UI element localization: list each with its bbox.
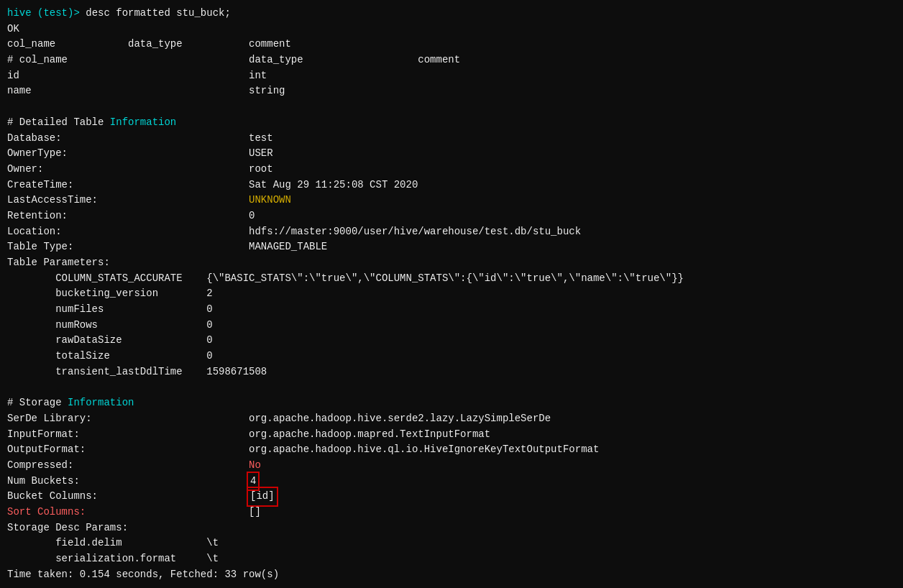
name-line: name string <box>7 83 896 99</box>
header-line: col_name data_type comment <box>7 37 896 52</box>
numfiles-line: numFiles 0 <box>7 302 896 318</box>
blank2 <box>7 380 896 396</box>
bucketing-version-line: bucketing_version 2 <box>7 286 896 302</box>
fielddelim-line: field.delim \t <box>7 536 896 551</box>
blank1 <box>7 99 896 115</box>
ok-line: OK <box>7 22 896 37</box>
retention-line: Retention: 0 <box>7 208 896 224</box>
owner-line: Owner: root <box>7 162 896 178</box>
id-line: id int <box>7 68 896 84</box>
ownertype-line: OwnerType: USER <box>7 146 896 162</box>
tabletype-line: Table Type: MANAGED_TABLE <box>7 239 896 255</box>
timetaken-line: Time taken: 0.154 seconds, Fetched: 33 r… <box>7 567 896 583</box>
numrows-line: numRows 0 <box>7 318 896 334</box>
col-header-line: # col_name data_type comment <box>7 52 896 68</box>
column-stats-line: COLUMN_STATS_ACCURATE {\"BASIC_STATS\":\… <box>7 271 896 287</box>
terminal: hive (test)> desc formatted stu_buck; OK… <box>0 0 903 588</box>
location-line: Location: hdfs://master:9000/user/hive/w… <box>7 224 896 240</box>
bucketcolumns-line: Bucket Columns: [id] <box>7 489 896 505</box>
storageparams-line: Storage Desc Params: <box>7 520 896 536</box>
transient-line: transient_lastDdlTime 1598671508 <box>7 364 896 380</box>
totalsize-line: totalSize 0 <box>7 349 896 364</box>
prompt-line: hive (test)> desc formatted stu_buck; <box>7 6 896 22</box>
tableparams-line: Table Parameters: <box>7 255 896 271</box>
detailed-section: # Detailed Table Information <box>7 115 896 131</box>
rawdatasize-line: rawDataSize 0 <box>7 333 896 349</box>
storage-section: # Storage Information <box>7 395 896 411</box>
serialformat-line: serialization.format \t <box>7 551 896 567</box>
outputformat-line: OutputFormat: org.apache.hadoop.hive.ql.… <box>7 442 896 458</box>
compressed-line: Compressed: No <box>7 458 896 474</box>
lastaccesstime-line: LastAccessTime: UNKNOWN <box>7 193 896 208</box>
numbuckets-line: Num Buckets: 4 <box>7 474 896 490</box>
database-line: Database: test <box>7 131 896 147</box>
serde-line: SerDe Library: org.apache.hadoop.hive.se… <box>7 411 896 427</box>
sortcolumns-line: Sort Columns: [] <box>7 505 896 520</box>
inputformat-line: InputFormat: org.apache.hadoop.mapred.Te… <box>7 427 896 443</box>
createtime-line: CreateTime: Sat Aug 29 11:25:08 CST 2020 <box>7 178 896 193</box>
